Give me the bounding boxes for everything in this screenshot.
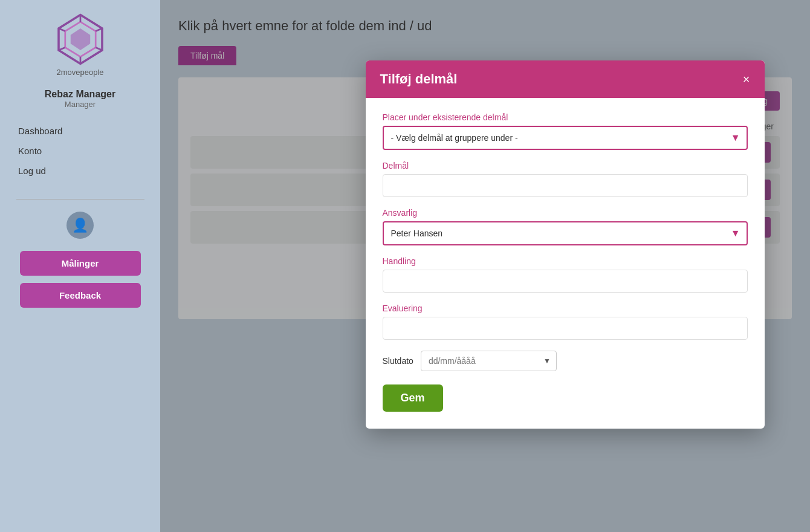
gem-button[interactable]: Gem (383, 384, 443, 412)
sidebar: 2movepeople Rebaz Manager Manager Dashbo… (0, 0, 160, 532)
user-name: Rebaz Manager (45, 89, 115, 100)
user-icon: 👤 (72, 218, 88, 233)
select-wrapper-ansvarlig: Peter Hansen ▼ (383, 221, 748, 245)
logo-icon (53, 12, 108, 66)
date-input[interactable] (421, 351, 557, 371)
modal-close-button[interactable]: × (743, 73, 750, 85)
form-group-ansvarlig: Ansvarlig Peter Hansen ▼ (383, 208, 748, 245)
modal-tilfoj-delmaal: Tilføj delmål × Placer under eksisterend… (366, 60, 765, 429)
nav-dashboard[interactable]: Dashboard (12, 121, 148, 141)
form-label-handling: Handling (383, 256, 748, 266)
avatar: 👤 (66, 212, 94, 239)
input-evaluering[interactable] (383, 317, 748, 340)
main-content: Klik på hvert emne for at folde dem ind … (160, 0, 810, 532)
form-label-evaluering: Evaluering (383, 303, 748, 313)
select-placer[interactable]: - Vælg delmål at gruppere under - (383, 126, 748, 150)
slutdato-label: Slutdato (383, 356, 413, 366)
form-group-delmaal: Delmål (383, 161, 748, 197)
feedback-button[interactable]: Feedback (20, 283, 141, 308)
maalinger-button[interactable]: Målinger (20, 251, 141, 276)
form-group-placer: Placer under eksisterende delmål - Vælg … (383, 112, 748, 150)
nav-konto[interactable]: Konto (12, 141, 148, 161)
logo-text: 2movepeople (56, 68, 103, 77)
select-ansvarlig[interactable]: Peter Hansen (383, 221, 748, 245)
input-handling[interactable] (383, 270, 748, 293)
nav-logud[interactable]: Log ud (12, 161, 148, 181)
form-label-placer: Placer under eksisterende delmål (383, 112, 748, 122)
date-input-wrapper: ▼ (421, 351, 557, 371)
logo-area: 2movepeople (53, 12, 108, 77)
modal-header: Tilføj delmål × (366, 60, 765, 98)
modal-title: Tilføj delmål (380, 71, 458, 87)
form-label-delmaal: Delmål (383, 161, 748, 170)
select-wrapper-placer: - Vælg delmål at gruppere under - ▼ (383, 126, 748, 150)
user-role: Manager (45, 100, 115, 109)
form-label-ansvarlig: Ansvarlig (383, 208, 748, 218)
user-info: Rebaz Manager Manager (45, 89, 115, 109)
nav-links: Dashboard Konto Log ud (0, 121, 160, 181)
modal-body: Placer under eksisterende delmål - Vælg … (366, 98, 765, 429)
svg-marker-2 (70, 28, 89, 50)
date-row: Slutdato ▼ (383, 351, 748, 371)
form-group-evaluering: Evaluering (383, 303, 748, 340)
input-delmaal[interactable] (383, 174, 748, 197)
divider (16, 199, 144, 199)
form-group-handling: Handling (383, 256, 748, 293)
